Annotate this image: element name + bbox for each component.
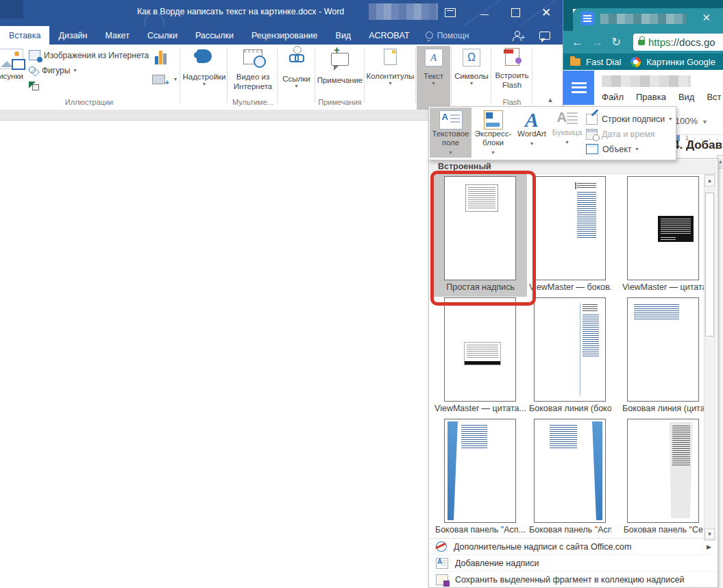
pictures-label: исунки [0,71,32,81]
gallery-item-label[interactable]: Боковая панель "Се... [622,525,711,537]
dropdown-arrow-icon: ▾ [449,149,452,156]
https-padlock-icon [638,40,645,45]
screenshot-button[interactable]: ▾ [152,75,177,84]
online-pictures-button[interactable]: Изображения из Интернета [29,50,149,60]
docs-menu-edit[interactable]: Правка [636,92,666,102]
gallery-scrollbar[interactable]: ▲ ▼ [704,174,715,541]
folder-icon [570,58,580,66]
gallery-item-label[interactable]: Боковая панель "Асп... [434,525,527,537]
url-text: https://docs.go [648,36,715,48]
tab-acrobat[interactable]: ACROBAT [360,26,419,45]
tab-review[interactable]: Рецензирование [243,26,327,45]
forward-icon[interactable]: → [591,36,603,49]
docs-menu-file[interactable]: Файл [602,92,624,102]
bookmark-fast-dial[interactable]: Fast Dial [586,57,621,67]
docs-menubar: Файл Правка Вид Вст [602,92,722,102]
dropcap-icon: A [557,110,578,128]
ribbon-display-options-button[interactable] [439,3,461,22]
tab-mailings[interactable]: Рассылки [186,26,243,45]
scroll-up-icon[interactable]: ▲ [704,175,715,186]
docs-zoom-control[interactable]: 100%▼ [675,116,708,126]
tab-references[interactable]: Ссылки [138,26,186,45]
comments-icon[interactable] [539,32,550,40]
textbox-gallery-button[interactable]: A Текстовое поле ▾ [430,108,471,158]
addins-label: Надстройки [182,72,226,82]
links-button[interactable]: Ссылки ▾ [278,46,315,108]
addins-button[interactable]: Надстройки ▾ [182,46,226,108]
dropdown-arrow-icon: ▾ [452,81,491,86]
smartart-icon [29,82,39,90]
close-icon: ✕ [541,5,551,20]
date-time-item[interactable]: Дата и время [586,126,675,142]
assistant-label: Помощн [437,31,469,40]
menu-draw-textbox[interactable]: Добавление надписи [430,554,717,571]
gallery-item-label[interactable]: Боковая линия (боко... [529,404,611,415]
scrollbar-thumb[interactable] [705,193,714,336]
header-footer-icon [384,49,397,65]
tell-me-assistant[interactable]: Помощн [419,26,476,45]
tab-close-icon[interactable]: ✕ [702,12,711,24]
dropcap-button[interactable]: A Буквица ▾ [549,108,585,158]
reload-icon[interactable]: ↻ [611,35,621,49]
dropdown-arrow-icon: ▾ [636,146,639,152]
gallery-item-label[interactable]: ViewMaster — цитата... [622,282,711,294]
docs-menu-view[interactable]: Вид [678,92,695,102]
chart-button[interactable] [155,49,167,64]
quick-parts-button[interactable]: Экспресс-блоки ▾ [471,108,515,158]
collapse-ribbon-icon[interactable]: ▲ [547,96,554,103]
text-button[interactable]: A Текст ▾ [417,46,450,110]
tab-layout[interactable]: Макет [97,26,138,45]
tab-insert[interactable]: Вставка [0,26,49,45]
docs-menu-button[interactable] [563,71,594,105]
smartart-button[interactable] [29,82,39,90]
browser-tab[interactable]: ✕ [573,8,723,31]
object-item[interactable]: Объект ▾ [586,141,675,157]
omega-icon: Ω [463,49,480,66]
menu-more-textboxes-office[interactable]: Дополнительные надписи с сайта Office.co… [430,539,717,554]
gallery-footer-menu: Дополнительные надписи с сайта Office.co… [430,538,717,587]
dropdown-arrow-icon: ▼ [702,119,708,125]
dropdown-arrow-icon: ▾ [182,82,226,87]
close-button[interactable]: ✕ [535,3,557,22]
gallery-item-label[interactable]: ViewMaster — цитата... [434,404,527,415]
gallery-item-sideline-quote[interactable] [627,297,699,402]
menu-save-selection[interactable]: Сохранить выделенный фрагмент в коллекци… [430,571,717,587]
blue-band [448,421,458,520]
gallery-item-viewmaster-quote[interactable] [444,297,516,402]
gallery-item-viewmaster-quote-dark[interactable] [627,176,699,280]
maximize-button[interactable] [504,3,526,22]
gallery-item-sidepanel-left[interactable] [444,419,516,523]
gallery-item-sideline[interactable] [534,297,606,402]
docs-menu-insert[interactable]: Вст [707,92,721,102]
minimize-icon [480,14,489,15]
comment-icon [331,53,349,66]
shapes-icon [29,66,38,75]
gallery-item-label[interactable]: Боковая панель "Асп... [529,525,611,537]
tab-design[interactable]: Дизайн [49,26,96,45]
gallery-item-viewmaster-sidebar[interactable] [534,176,606,280]
dropdown-arrow-icon: ▾ [278,84,315,89]
signature-line-icon [586,114,598,125]
share-person-icon[interactable]: + [513,32,520,39]
window-title: Как в Ворде написать текст на картинке.d… [137,7,344,16]
wordart-button[interactable]: A WordArt ▾ [515,108,549,158]
textbox-gallery-dropdown: Встроенный Простая надпись ViewMaster — … [428,158,718,588]
address-bar[interactable]: https://docs.go [633,34,723,51]
back-icon[interactable]: ← [572,36,583,49]
gallery-item-label[interactable]: ViewMaster — боков... [529,282,611,294]
wordart-icon: A [515,110,549,130]
text-label: Текст [417,71,450,81]
gallery-item-sidepanel-gray[interactable] [627,419,699,523]
links-label: Ссылки [278,74,315,84]
header-footer-button[interactable]: Колонтитулы ▾ [365,46,415,108]
tab-view[interactable]: Вид [327,26,360,45]
shapes-button[interactable]: Фигуры ▾ [29,66,76,75]
signature-line-item[interactable]: Строки подписи ▾ [586,111,675,127]
signature-line-label: Строки подписи [602,114,665,124]
object-label: Объект [602,145,632,154]
symbols-button[interactable]: Ω Символы ▾ [452,46,491,108]
bookmark-google-images[interactable]: Картинки Google [646,57,715,67]
minimize-button[interactable] [474,3,495,22]
gallery-item-label[interactable]: Боковая линия (цита... [622,404,711,415]
gallery-item-sidepanel-right[interactable] [534,419,606,523]
